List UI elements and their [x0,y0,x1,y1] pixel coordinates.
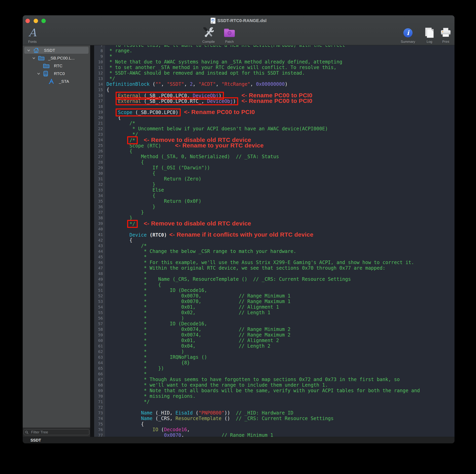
code-line: 12 * SSDT-AWAC should be removed and ins… [94,70,455,76]
chevron-down-icon[interactable] [32,56,35,60]
line-number: 49 [94,276,105,282]
drive-icon [43,70,48,77]
filter-tree-input[interactable] [24,429,89,435]
line-number: 13 [94,76,105,81]
code-line: 27 Method (_STA, 0, NotSerialized) // _S… [94,154,455,159]
sidebar-item--STA[interactable]: _STA [23,77,90,85]
line-number: 50 [94,282,105,288]
code-text: */ [105,399,150,405]
code-text: */ <- Remove to disable old RTC device [105,221,251,226]
patch-label: Patch [225,40,234,44]
code-text: * ) [105,349,184,355]
line-number: 31 [94,176,105,182]
patch-button[interactable]: ⚙ Patch [215,27,244,44]
sidebar-item--SB-PC00-L-[interactable]: _SB.PC00.L... [23,54,90,62]
line-number: 72 [94,405,105,410]
chevron-down-icon[interactable] [27,49,30,52]
line-number: 15 [94,87,105,93]
summary-label: Summary [401,40,415,44]
code-text: * 0x02, // Length 1 [105,310,271,315]
pane-divider[interactable] [90,45,94,437]
minimize-button[interactable] [34,19,38,23]
annotation-note: <- Rename PC00 to PCI0 [184,109,255,115]
code-line: 69 * Note that not all boards will be th… [94,388,455,393]
line-number: 66 [94,371,105,377]
line-number: 22 [94,126,105,132]
code-text: { [105,170,155,176]
code-text: DefinitionBlock ("", "SSDT", 2, "ACDT", … [105,81,288,87]
code-text: Else [105,187,164,193]
sidebar-item-SSDT[interactable]: SSDT [23,46,90,54]
compile-tools-icon [203,27,214,39]
code-text: /* [105,120,135,126]
status-text: SSDT [31,438,41,442]
code-editor[interactable]: 7 * To resolve this, we'll want to creat… [94,45,455,437]
zoom-button[interactable] [41,19,46,23]
line-number: 29 [94,165,105,170]
code-text: * { [105,282,161,288]
line-number: 68 [94,382,105,388]
filter-row [23,428,90,437]
code-text: * 0x01, // Alignment 1 [105,304,279,310]
code-text: * 0x0074, // Range Minimum 2 [105,326,290,332]
sidebar-item-RTC[interactable]: RTC [23,62,90,70]
info-icon: i [403,28,412,37]
close-button[interactable] [25,19,30,23]
line-number: 32 [94,182,105,187]
code-text: * [105,371,147,377]
code-line: 33 Else [94,187,455,193]
line-number: 23 [94,132,105,137]
code-line: 57 * IO (Decode16, [94,321,455,326]
line-number: 18 [94,104,105,109]
code-text: * 0x04, // Length 2 [105,343,271,349]
annotation-note: <- Rename to your RTC device [175,142,263,149]
line-number: 75 [94,421,105,427]
line-number: 73 [94,410,105,416]
code-line: 77 0x0070, // Range Minimum 1 [94,432,455,437]
line-number: 19 [94,109,105,115]
code-line: 47 * Within the original RTC device, we … [94,265,455,271]
code-text: * 0x01, // Alignment 2 [105,338,279,343]
code-line: 24 /* <- Remove to disable old RTC devic… [94,137,455,143]
code-line: 59 * 0x0074, // Range Maximum 2 [94,332,455,338]
print-button[interactable]: Print [431,27,455,44]
code-line: 13 */ [94,76,455,81]
code-line: 61 * 0x04, // Length 2 [94,343,455,349]
code-line: 62 * ) [94,349,455,355]
line-number: 47 [94,265,105,271]
code-text: Name (_HID, EisaId ("PNP0B00")) // _HID:… [105,410,293,416]
sidebar-item-RTC0[interactable]: RTC0 [23,70,90,77]
code-text: IO (Decode16, [105,427,190,432]
annotation-box: External (_SB_.PC00.LPC0.RTC_, DeviceObj… [116,97,238,105]
line-number: 70 [94,393,105,399]
code-text: Scope (_SB.PC00.LPC0)<- Rename PC00 to P… [105,109,255,115]
code-line: 32 } [94,182,455,187]
code-text: } [105,182,155,187]
line-number: 21 [94,120,105,126]
line-number: 61 [94,343,105,349]
line-number: 56 [94,315,105,321]
code-line: 42 { [94,237,455,243]
line-number: 51 [94,288,105,293]
code-line: 39 */ <- Remove to disable old RTC devic… [94,221,455,226]
code-text: * IO (Decode16, [105,288,207,293]
line-number: 52 [94,293,105,299]
line-number: 40 [94,226,105,232]
fonts-button[interactable]: A Fonts [23,27,47,44]
line-number: 67 [94,377,105,382]
annotation-note: <- Rename PC00 to PCI0 [241,98,312,104]
code-text: Device (RTC0)<- Rename if it conflicts w… [105,232,313,237]
line-number: 33 [94,187,105,193]
code-text: { [105,193,155,198]
code-text: * IRQNoFlags () [105,355,207,360]
line-number: 34 [94,193,105,198]
code-line: 34 { [94,193,455,198]
code-line: 40 [94,226,455,232]
code-line: 49 * Name (_CRS, ResourceTemplate () // … [94,276,455,282]
code-text: { [105,87,109,93]
line-number: 65 [94,366,105,371]
chevron-down-icon[interactable] [37,72,40,75]
annotation-box: */ [127,220,138,228]
line-number: 69 [94,388,105,393]
patch-folder-icon: ⚙ [224,29,235,37]
